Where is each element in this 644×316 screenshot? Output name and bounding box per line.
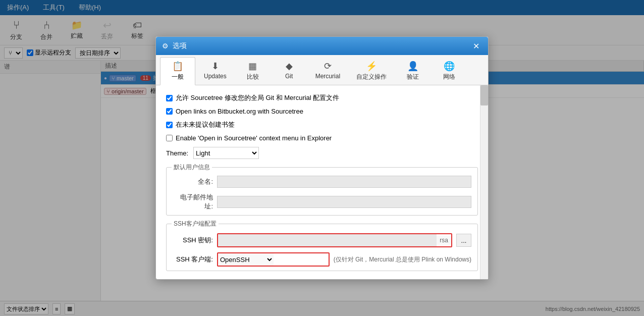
mercurial-tab-icon: ⟳ xyxy=(324,61,332,72)
email-label: 电子邮件地址: xyxy=(173,193,213,211)
ssh-browse-button[interactable]: ... xyxy=(456,234,471,247)
checkbox-context-menu-label: Enable 'Open in Sourcetree' context menu… xyxy=(176,134,332,142)
tab-general[interactable]: 📋 一般 xyxy=(160,57,195,85)
ssh-group-title: SSH客户端配置 xyxy=(172,220,219,228)
compare-tab-icon: ▦ xyxy=(248,61,257,72)
tab-updates[interactable]: ⬇ Updates xyxy=(196,57,234,85)
checkbox-context-menu-input[interactable] xyxy=(166,135,173,141)
checkbox-allow-modify-label: 允许 Sourcetree 修改您的全局 Git 和 Mercurial 配置文… xyxy=(176,93,339,102)
updates-tab-icon: ⬇ xyxy=(211,61,219,72)
ssh-config-group: SSH客户端配置 SSH 密钥: rsa ... SSH 客户端: xyxy=(166,224,478,271)
ssh-client-label: SSH 客户端: xyxy=(173,255,213,264)
fullname-input[interactable] xyxy=(217,176,471,188)
checkbox-suggest-tags: 在未来提议创建书签 xyxy=(166,120,478,129)
email-row: 电子邮件地址: xyxy=(173,193,471,211)
tab-auth[interactable]: 👤 验证 xyxy=(395,57,431,85)
theme-select[interactable]: Light Dark xyxy=(193,147,259,159)
ssh-key-row: SSH 密钥: rsa ... xyxy=(173,233,471,247)
fullname-label: 全名: xyxy=(173,177,213,186)
dialog-tabs: 📋 一般 ⬇ Updates ▦ 比较 ◆ Git ⟳ Mercurial ⚡ … xyxy=(156,55,488,85)
dialog-scrollbar[interactable] xyxy=(480,85,488,279)
scrollbar-thumb[interactable] xyxy=(480,85,488,106)
theme-label: Theme: xyxy=(166,149,188,157)
tab-compare[interactable]: ▦ 比较 xyxy=(235,57,271,85)
custom-tab-icon: ⚡ xyxy=(366,61,377,72)
auth-tab-icon: 👤 xyxy=(407,61,418,72)
checkbox-suggest-tags-input[interactable] xyxy=(166,122,173,128)
checkbox-open-links-label: Open links on Bitbucket.org with Sourcet… xyxy=(176,108,303,115)
theme-row: Theme: Light Dark xyxy=(166,147,478,159)
checkbox-allow-modify-input[interactable] xyxy=(166,95,173,101)
ssh-key-input-wrap: rsa xyxy=(217,233,452,247)
user-info-title: 默认用户信息 xyxy=(172,163,212,172)
dialog-title: ⚙ 选项 xyxy=(162,41,187,50)
ssh-client-wrap: OpenSSH PuTTY/Plink xyxy=(217,252,330,267)
tab-git[interactable]: ◆ Git xyxy=(272,57,307,85)
tab-network[interactable]: 🌐 网络 xyxy=(432,57,467,85)
ssh-note: (仅针对 Git，Mercurial 总是使用 Plink on Windows… xyxy=(334,255,471,264)
ssh-key-badge: rsa xyxy=(437,236,451,245)
network-tab-icon: 🌐 xyxy=(444,61,455,72)
tab-mercurial[interactable]: ⟳ Mercurial xyxy=(308,57,348,85)
general-tab-icon: 📋 xyxy=(172,61,183,72)
git-tab-icon: ◆ xyxy=(286,61,293,72)
dialog-close-button[interactable]: ✕ xyxy=(470,40,482,52)
checkbox-open-links-input[interactable] xyxy=(166,108,173,115)
ssh-client-select[interactable]: OpenSSH PuTTY/Plink xyxy=(218,253,274,266)
fullname-row: 全名: xyxy=(173,176,471,188)
email-input[interactable] xyxy=(217,196,471,208)
ssh-key-input[interactable] xyxy=(218,234,437,246)
checkbox-open-links: Open links on Bitbucket.org with Sourcet… xyxy=(166,108,478,115)
checkbox-suggest-tags-label: 在未来提议创建书签 xyxy=(176,120,235,129)
modal-overlay: ⚙ 选项 ✕ 📋 一般 ⬇ Updates ▦ 比较 ◆ Git xyxy=(0,0,644,316)
sourcetree-icon: ⚙ xyxy=(162,42,169,50)
dialog-content: 允许 Sourcetree 修改您的全局 Git 和 Mercurial 配置文… xyxy=(156,85,488,279)
tab-custom[interactable]: ⚡ 自定义操作 xyxy=(349,57,394,85)
ssh-key-label: SSH 密钥: xyxy=(173,236,213,245)
user-info-group: 默认用户信息 全名: 电子邮件地址: xyxy=(166,167,478,216)
checkbox-context-menu: Enable 'Open in Sourcetree' context menu… xyxy=(166,134,478,142)
ssh-client-row: SSH 客户端: OpenSSH PuTTY/Plink (仅针对 Git，Me… xyxy=(173,252,471,267)
options-dialog: ⚙ 选项 ✕ 📋 一般 ⬇ Updates ▦ 比较 ◆ Git xyxy=(155,36,489,280)
dialog-titlebar: ⚙ 选项 ✕ xyxy=(156,37,488,55)
checkbox-allow-modify: 允许 Sourcetree 修改您的全局 Git 和 Mercurial 配置文… xyxy=(166,93,478,102)
